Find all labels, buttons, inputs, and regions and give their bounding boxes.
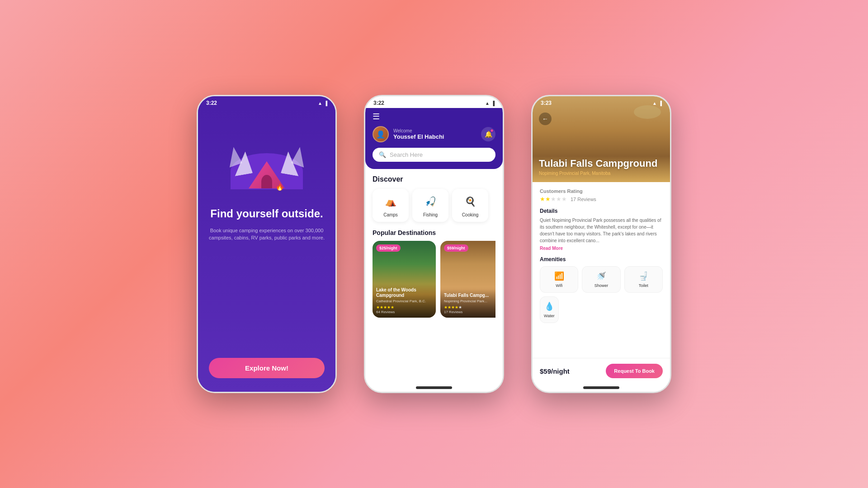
dest-info-1: Lake of the Woods Campground Cathedral P… [373,284,436,318]
user-name: Youssef El Habchi [393,133,444,140]
hero-title-area: Tulabi Falls Campground Nopiming Provinc… [539,158,664,176]
detail-hero: ← Tulabi Falls Campground Nopiming Provi… [533,96,670,182]
dest-stars-1: ★★★★★ [376,305,432,310]
category-fishing[interactable]: 🎣 Fishing [412,189,448,222]
toilet-amenity-icon: 🚽 [638,271,648,281]
details-section-label: Details [540,208,663,214]
phone-detail: 3:23 ▲ ▐ ← Tulabi Falls Campground Nopim… [531,95,671,393]
details-description: Quiet Nopiming Provincial Park possesses… [540,217,663,244]
rating-section: Customers Rating ★★★★★ 17 Reviews [540,188,663,202]
detail-footer: $59/night Request To Book [533,358,670,384]
status-icons-2: ▲ ▐ [485,101,495,106]
dest-location-1: Cathedral Provincial Park, B.C. [376,299,432,303]
price-badge-1: $25/night [376,244,401,252]
water-amenity-icon: 💧 [544,301,554,311]
battery-icon-2: ▐ [491,101,495,106]
phone-splash: 3:22 ▲ ▐ 🔥 Find yourself outside. Book u… [197,95,337,393]
hamburger-menu[interactable]: ☰ [373,112,495,122]
cooking-label: Cooking [462,212,479,217]
phone-discover: 3:22 ▲ ▐ ☰ 👤 Welcome Youssef El Habchi 🔔 [364,95,504,393]
splash-subtitle: Book unique camping experiences on over … [209,227,325,242]
campfire-icon: 🔥 [276,183,283,191]
category-camps[interactable]: ⛺ Camps [373,189,409,222]
destination-card-1[interactable]: $25/night Lake of the Woods Campground C… [373,241,436,318]
wifi-status-icon-3: ▲ [652,101,657,106]
status-time-2: 3:22 [373,100,384,106]
destination-card-2[interactable]: $59/night Tulabi Falls Campg... Nopiming… [440,241,495,318]
discover-header: ☰ 👤 Welcome Youssef El Habchi 🔔 🔍 Search… [365,108,503,169]
popular-section: Popular Destinations $25/night Lake of t… [373,229,495,318]
status-icons-3: ▲ ▐ [652,101,662,106]
dest-name-1: Lake of the Woods Campground [376,287,432,298]
status-bar-1: 3:22 ▲ ▐ [198,96,335,108]
dest-stars-2: ★★★★★ [444,305,495,310]
rating-row: ★★★★★ 17 Reviews [540,196,663,202]
water-amenity-label: Water [544,314,555,318]
explore-now-button[interactable]: Explore Now! [209,358,325,378]
detail-content: ← Tulabi Falls Campground Nopiming Provi… [533,96,670,392]
splash-content: 🔥 Find yourself outside. Book unique cam… [198,108,335,392]
amenities-section-label: Amenities [540,256,663,263]
amenity-water: 💧 Water [540,296,559,323]
cooking-icon: 🍳 [462,193,478,210]
dest-reviews-2: 17 Reviews [444,310,495,314]
home-bar-2 [416,386,452,389]
notification-bell[interactable]: 🔔 [481,127,495,141]
status-time-1: 3:22 [206,100,217,106]
dest-name-2: Tulabi Falls Campg... [444,293,495,298]
user-row: 👤 Welcome Youssef El Habchi 🔔 [373,126,495,142]
toilet-amenity-label: Toilet [639,283,648,288]
search-placeholder-text: Search Here [390,151,423,158]
splash-illustration: 🔥 [222,113,312,198]
wifi-status-icon-2: ▲ [485,101,490,106]
camps-label: Camps [383,212,398,217]
user-avatar: 👤 [373,126,389,142]
category-row: ⛺ Camps 🎣 Fishing 🍳 Cooking [373,189,495,222]
search-bar[interactable]: 🔍 Search Here [373,148,495,162]
welcome-label: Welcome [393,128,444,133]
price-badge-2: $59/night [444,244,468,252]
wifi-amenity-icon: 📶 [554,271,564,281]
popular-section-title: Popular Destinations [373,229,495,236]
battery-icon-3: ▐ [659,101,662,106]
tent-door [261,175,272,188]
category-cooking[interactable]: 🍳 Cooking [452,189,488,222]
rating-count: 17 Reviews [571,197,596,202]
shower-amenity-icon: 🚿 [596,271,606,281]
amenities-grid: 📶 Wifi 🚿 Shower 🚽 Toilet [540,266,663,293]
rating-label: Customers Rating [540,188,663,194]
shower-amenity-label: Shower [594,283,609,288]
read-more-button[interactable]: Read More [540,246,663,251]
discover-content: ☰ 👤 Welcome Youssef El Habchi 🔔 🔍 Search… [365,108,503,392]
status-time-3: 3:23 [541,100,552,106]
amenity-toilet: 🚽 Toilet [624,266,663,293]
fishing-icon: 🎣 [422,193,439,210]
request-to-book-button[interactable]: Request To Book [606,364,663,378]
destination-row: $25/night Lake of the Woods Campground C… [373,241,495,318]
wifi-amenity-label: Wifi [556,283,562,288]
status-bar-2: 3:22 ▲ ▐ [365,96,503,108]
back-button[interactable]: ← [539,113,552,125]
detail-price: $59/night [540,367,570,375]
fishing-label: Fishing [423,212,438,217]
detail-body: Customers Rating ★★★★★ 17 Reviews Detail… [533,182,670,358]
status-bar-3: 3:23 ▲ ▐ [533,96,670,108]
splash-title: Find yourself outside. [210,207,323,221]
campground-location: Nopiming Provincial Park, Manitoba [539,171,664,176]
search-icon: 🔍 [379,151,386,158]
home-bar-3 [583,386,619,389]
campground-name: Tulabi Falls Campground [539,158,664,169]
discover-body: Discover ⛺ Camps 🎣 Fishing 🍳 Cooking Pop… [365,169,503,384]
dest-reviews-1: 64 Reviews [376,310,432,314]
wifi-status-icon: ▲ [318,101,322,106]
notification-dot [490,129,494,132]
user-info: 👤 Welcome Youssef El Habchi [373,126,444,142]
rating-stars: ★★★★★ [540,196,567,202]
amenity-wifi: 📶 Wifi [540,266,578,293]
camps-icon: ⛺ [382,193,399,210]
battery-icon: ▐ [324,101,327,106]
amenity-shower: 🚿 Shower [582,266,620,293]
status-icons-1: ▲ ▐ [318,101,327,106]
amenities-row2: 💧 Water [540,296,663,323]
discover-section-title: Discover [373,175,495,183]
